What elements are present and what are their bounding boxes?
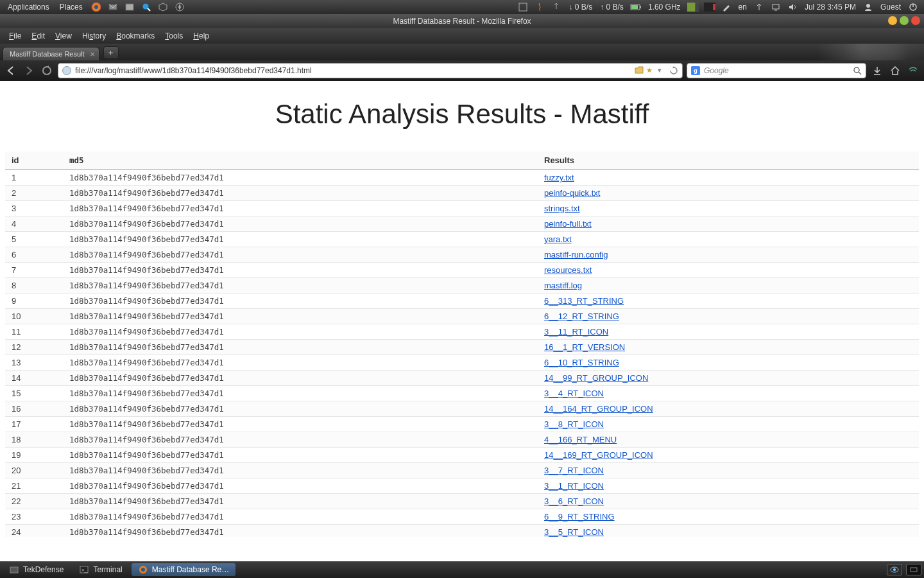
gnome-top-panel: Applications Places ↓ 0 B/s ↑ 0 B/s 1.60… [0,0,924,14]
mail-launcher-icon[interactable] [107,1,119,13]
wifi-status-icon[interactable] [906,64,920,78]
result-link[interactable]: 6__12_RT_STRING [544,311,619,321]
menu-view[interactable]: View [50,31,77,40]
url-bar[interactable]: file:///var/log/mastiff/www/1d8b370a114f… [58,63,683,78]
taskbar-item-firefox[interactable]: Mastiff Database Re… [132,563,236,576]
search-bar[interactable]: g Google [687,63,866,78]
forward-button[interactable] [22,64,36,78]
result-link[interactable]: 4__166_RT_MENU [544,435,617,444]
reload-inline-icon[interactable] [669,66,678,75]
taskbar-label: Mastiff Database Re… [152,565,230,574]
downloads-button[interactable] [870,64,884,78]
page-viewport[interactable]: Static Analysis Results - Mastiff id md5… [0,81,924,537]
result-link[interactable]: 14__169_RT_GROUP_ICON [544,450,653,460]
result-link[interactable]: 6__9_RT_STRING [544,512,615,521]
site-identity-icon[interactable] [62,66,71,75]
result-link[interactable]: 14__99_RT_GROUP_ICON [544,373,648,383]
back-button[interactable] [4,64,18,78]
new-tab-button[interactable]: ＋ [103,46,119,59]
tab-close-icon[interactable]: ✕ [90,51,95,58]
search-go-icon[interactable] [853,66,862,75]
menu-bookmarks[interactable]: Bookmarks [111,31,160,40]
result-link[interactable]: 3__11_RT_ICON [544,327,608,337]
user-name-label[interactable]: Guest [880,3,901,12]
table-row: 191d8b370a114f9490f36bebd77ed347d114__16… [5,448,919,463]
cell-md5: 1d8b370a114f9490f36bebd77ed347d1 [63,432,538,448]
cell-md5: 1d8b370a114f9490f36bebd77ed347d1 [63,263,538,278]
pen-indicator-icon[interactable] [721,1,732,13]
indicator-icon[interactable] [517,1,529,13]
keyboard-layout-label[interactable]: en [739,3,747,12]
menu-help[interactable]: Help [188,31,214,40]
clock-label[interactable]: Jul 28 3:45 PM [805,3,856,12]
cell-result: 3__4_RT_ICON [538,386,919,401]
menu-edit[interactable]: Edit [26,31,50,40]
result-link[interactable]: 3__7_RT_ICON [544,466,604,475]
result-link[interactable]: 3__1_RT_ICON [544,481,604,491]
home-button[interactable] [888,64,902,78]
cell-id: 21 [5,478,63,494]
result-link[interactable]: 6__10_RT_STRING [544,358,619,367]
firefox-menubar: File Edit View History Bookmarks Tools H… [0,28,924,44]
files-launcher-icon[interactable] [124,1,135,13]
display-indicator-icon[interactable] [770,1,782,13]
sysmon-indicator-icon[interactable] [704,1,715,13]
taskbar-item-terminal[interactable]: >_ Terminal [73,563,128,576]
battery-indicator-icon[interactable] [630,1,642,13]
url-text[interactable]: file:///var/log/mastiff/www/1d8b370a114f… [75,66,635,75]
tray-desktop-icon[interactable] [906,564,921,575]
flame-indicator-icon[interactable] [534,1,545,13]
menu-file[interactable]: File [4,31,26,40]
taskbar-label: TekDefense [23,565,64,574]
compass-launcher-icon[interactable] [174,1,185,13]
cell-md5: 1d8b370a114f9490f36bebd77ed347d1 [63,340,538,355]
cell-result: peinfo-full.txt [538,216,919,232]
result-link[interactable]: peinfo-quick.txt [544,188,600,198]
window-maximize-button[interactable] [900,16,909,25]
menu-history[interactable]: History [77,31,111,40]
workspace-indicator-icon[interactable] [687,1,699,13]
svg-marker-6 [159,3,167,11]
result-link[interactable]: fuzzy.txt [544,173,574,182]
result-link[interactable]: mastiff.log [544,281,582,290]
search-engine-icon[interactable]: g [691,66,700,75]
tab-active[interactable]: Mastiff Database Result ✕ [3,47,99,60]
cell-md5: 1d8b370a114f9490f36bebd77ed347d1 [63,417,538,432]
window-minimize-button[interactable] [888,16,897,25]
cell-md5: 1d8b370a114f9490f36bebd77ed347d1 [63,278,538,293]
result-link[interactable]: strings.txt [544,204,580,213]
cell-md5: 1d8b370a114f9490f36bebd77ed347d1 [63,293,538,309]
bookmark-folder-icon[interactable] [635,66,644,75]
magnifier-launcher-icon[interactable] [141,1,152,13]
bookmark-star-icon[interactable]: ★ [646,66,655,75]
tray-eye-icon[interactable] [887,564,902,575]
taskbar-item-tekdefense[interactable]: TekDefense [3,563,70,576]
result-link[interactable]: resources.txt [544,265,592,275]
network-indicator-icon[interactable] [753,1,765,13]
result-link[interactable]: 3__8_RT_ICON [544,419,604,429]
result-link[interactable]: mastiff-run.config [544,250,608,259]
table-row: 181d8b370a114f9490f36bebd77ed347d14__166… [5,432,919,448]
result-link[interactable]: 6__313_RT_STRING [544,296,624,306]
user-icon[interactable] [862,1,874,13]
result-link[interactable]: 3__5_RT_ICON [544,527,604,537]
menu-tools[interactable]: Tools [160,31,188,40]
result-link[interactable]: 3__6_RT_ICON [544,496,604,506]
pin-indicator-icon[interactable] [551,1,562,13]
result-link[interactable]: peinfo-full.txt [544,219,592,229]
cell-result: 6__12_RT_STRING [538,309,919,324]
reload-button[interactable] [40,64,54,78]
result-link[interactable]: 14__164_RT_GROUP_ICON [544,404,653,414]
applications-menu[interactable]: Applications [3,3,55,12]
volume-indicator-icon[interactable] [787,1,798,13]
window-close-button[interactable] [911,16,920,25]
places-menu[interactable]: Places [55,3,88,12]
power-icon[interactable] [907,1,919,13]
firefox-launcher-icon[interactable] [90,1,102,13]
result-link[interactable]: 3__4_RT_ICON [544,389,604,398]
result-link[interactable]: yara.txt [544,234,572,244]
cell-result: 3__5_RT_ICON [538,525,919,538]
vbox-launcher-icon[interactable] [157,1,169,13]
result-link[interactable]: 16__1_RT_VERSION [544,342,625,352]
history-dropdown-icon[interactable]: ▾ [658,66,667,75]
